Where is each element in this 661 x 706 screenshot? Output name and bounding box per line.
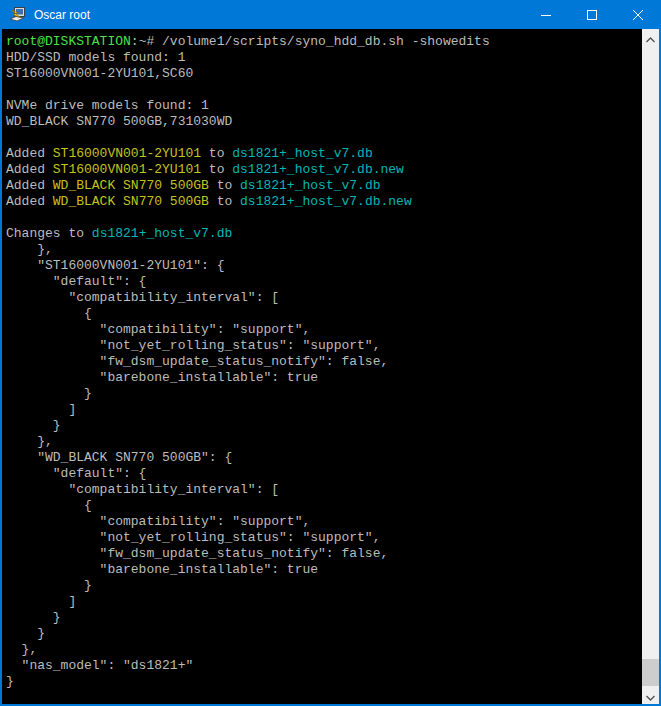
close-icon xyxy=(633,10,643,20)
terminal-line: Added WD_BLACK SN770 500GB to ds1821+_ho… xyxy=(6,178,642,194)
terminal-line: NVMe drive models found: 1 xyxy=(6,98,642,114)
scroll-up-button[interactable] xyxy=(642,29,659,46)
scrollbar[interactable] xyxy=(642,29,659,704)
terminal-line xyxy=(6,82,642,98)
chevron-down-icon xyxy=(646,687,655,705)
terminal-line: WD_BLACK SN770 500GB,731030WD xyxy=(6,114,642,130)
terminal-line xyxy=(6,210,642,226)
minimize-button[interactable] xyxy=(523,0,569,29)
maximize-button[interactable] xyxy=(569,0,615,29)
putty-icon xyxy=(8,7,26,23)
terminal-output[interactable]: root@DISKSTATION:~# /volume1/scripts/syn… xyxy=(2,29,642,704)
window-controls xyxy=(523,0,661,29)
terminal-line: "WD_BLACK SN770 500GB": { xyxy=(6,450,642,466)
terminal-line: } xyxy=(6,626,642,642)
terminal-line: }, xyxy=(6,242,642,258)
chevron-up-icon xyxy=(646,29,655,47)
scrollbar-thumb[interactable] xyxy=(642,659,659,686)
terminal-line: { xyxy=(6,498,642,514)
terminal-line: "compatibility_interval": [ xyxy=(6,482,642,498)
terminal-line: }, xyxy=(6,642,642,658)
close-button[interactable] xyxy=(615,0,661,29)
terminal-line: } xyxy=(6,610,642,626)
terminal-line: HDD/SSD models found: 1 xyxy=(6,50,642,66)
terminal-line: Changes to ds1821+_host_v7.db xyxy=(6,226,642,242)
terminal-line: "default": { xyxy=(6,466,642,482)
title-bar[interactable]: Oscar root xyxy=(0,0,661,29)
terminal-line: } xyxy=(6,418,642,434)
window-title: Oscar root xyxy=(34,8,523,22)
terminal-line: }, xyxy=(6,434,642,450)
maximize-icon xyxy=(587,10,597,20)
minimize-icon xyxy=(541,10,551,20)
terminal-line: { xyxy=(6,306,642,322)
terminal-line: "nas_model": "ds1821+" xyxy=(6,658,642,674)
terminal-line: root@DISKSTATION:~# /volume1/scripts/syn… xyxy=(6,34,642,50)
putty-window: Oscar root ro xyxy=(0,0,661,706)
terminal-line: "barebone_installable": true xyxy=(6,370,642,386)
terminal-line: "default": { xyxy=(6,274,642,290)
terminal-line: ] xyxy=(6,594,642,610)
terminal-line: } xyxy=(6,578,642,594)
terminal-line: } xyxy=(6,386,642,402)
terminal-line: "fw_dsm_update_status_notify": false, xyxy=(6,354,642,370)
window-body: root@DISKSTATION:~# /volume1/scripts/syn… xyxy=(2,29,659,704)
terminal-line: ST16000VN001-2YU101,SC60 xyxy=(6,66,642,82)
terminal-line: "fw_dsm_update_status_notify": false, xyxy=(6,546,642,562)
terminal-line: "not_yet_rolling_status": "support", xyxy=(6,530,642,546)
terminal-line: "not_yet_rolling_status": "support", xyxy=(6,338,642,354)
scroll-down-button[interactable] xyxy=(642,687,659,704)
terminal-line: Added ST16000VN001-2YU101 to ds1821+_hos… xyxy=(6,146,642,162)
terminal-line: "compatibility": "support", xyxy=(6,322,642,338)
terminal-line xyxy=(6,130,642,146)
terminal-line: "ST16000VN001-2YU101": { xyxy=(6,258,642,274)
terminal-line: "compatibility": "support", xyxy=(6,514,642,530)
terminal-line: Added WD_BLACK SN770 500GB to ds1821+_ho… xyxy=(6,194,642,210)
terminal-line: Added ST16000VN001-2YU101 to ds1821+_hos… xyxy=(6,162,642,178)
terminal-line: "compatibility_interval": [ xyxy=(6,290,642,306)
terminal-line: "barebone_installable": true xyxy=(6,562,642,578)
terminal-line: } xyxy=(6,674,642,690)
terminal-line: ] xyxy=(6,402,642,418)
